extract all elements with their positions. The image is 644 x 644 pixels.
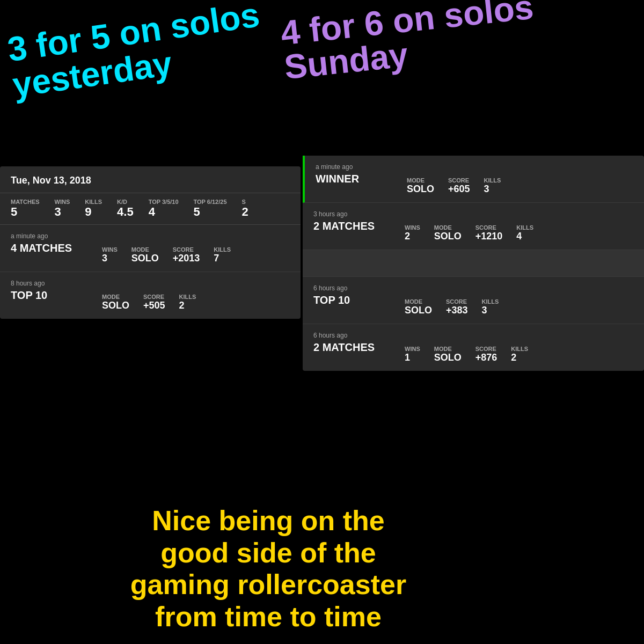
left-match1-data: 4 MATCHES WINS 3 MODE SOLO SCORE +2013 K… bbox=[11, 242, 290, 264]
stat-matches: MATCHES 5 bbox=[11, 199, 40, 219]
stat-kills-value: 9 bbox=[85, 205, 102, 219]
stat-top6-label: TOP 6/12/25 bbox=[194, 199, 227, 205]
right-match3-name: TOP 10 bbox=[313, 294, 389, 306]
right-match1-name: WINNER bbox=[316, 173, 391, 185]
stat-top6-value: 5 bbox=[194, 205, 227, 219]
right-match-row-2: 3 hours ago 2 MATCHES WINS 2 MODE SOLO S… bbox=[303, 203, 644, 250]
stat-kd-value: 4.5 bbox=[117, 205, 134, 219]
right-match2-data: 2 MATCHES WINS 2 MODE SOLO SCORE +1210 K… bbox=[313, 220, 633, 242]
right-match-row-3: 6 hours ago TOP 10 MODE SOLO SCORE +383 … bbox=[303, 277, 644, 324]
right-match1-kills: KILLS 3 bbox=[484, 177, 501, 195]
right-match4-data: 2 MATCHES WINS 1 MODE SOLO SCORE +876 KI… bbox=[313, 341, 633, 363]
left-match1-kills: KILLS 7 bbox=[214, 246, 231, 264]
stat-wins-value: 3 bbox=[55, 205, 70, 219]
right-match2-wins: WINS 2 bbox=[405, 224, 420, 242]
left-match-row-1: a minute ago 4 MATCHES WINS 3 MODE SOLO … bbox=[0, 225, 301, 272]
right-match1-score: SCORE +605 bbox=[448, 177, 470, 195]
stat-top35-value: 4 bbox=[149, 205, 179, 219]
stat-s-value: 2 bbox=[242, 205, 248, 219]
right-match2-time: 3 hours ago bbox=[313, 210, 633, 218]
right-match3-mode: MODE SOLO bbox=[405, 298, 432, 316]
right-match2-name: 2 MATCHES bbox=[313, 220, 389, 232]
right-match3-score: SCORE +383 bbox=[446, 298, 468, 316]
right-title-overlay: 4 for 6 on solos Sunday bbox=[279, 0, 539, 84]
right-match3-time: 6 hours ago bbox=[313, 284, 633, 292]
stat-matches-label: MATCHES bbox=[11, 199, 40, 205]
stat-s: S 2 bbox=[242, 199, 248, 219]
date-label: Tue, Nov 13, 2018 bbox=[11, 175, 290, 186]
left-match2-name: TOP 10 bbox=[11, 289, 86, 302]
right-match4-time: 6 hours ago bbox=[313, 332, 633, 339]
left-match1-score: SCORE +2013 bbox=[173, 246, 200, 264]
left-match1-wins: WINS 3 bbox=[102, 246, 118, 264]
left-match2-mode: MODE SOLO bbox=[102, 294, 129, 311]
right-match2-score: SCORE +1210 bbox=[475, 224, 503, 242]
stat-top35-label: TOP 3/5/10 bbox=[149, 199, 179, 205]
left-panel: Tue, Nov 13, 2018 MATCHES 5 WINS 3 KILLS… bbox=[0, 166, 301, 319]
stat-top35: TOP 3/5/10 4 bbox=[149, 199, 179, 219]
left-match2-score: SCORE +505 bbox=[143, 294, 165, 311]
right-match-row-4: 6 hours ago 2 MATCHES WINS 1 MODE SOLO S… bbox=[303, 324, 644, 371]
right-match3-kills: KILLS 3 bbox=[482, 298, 499, 316]
stat-kills-label: KILLS bbox=[85, 199, 102, 205]
left-match2-time: 8 hours ago bbox=[11, 280, 290, 287]
right-match2-mode: MODE SOLO bbox=[434, 224, 462, 242]
right-panel: a minute ago WINNER MODE SOLO SCORE +605… bbox=[303, 156, 644, 371]
right-match1-time: a minute ago bbox=[316, 163, 633, 171]
left-match1-time: a minute ago bbox=[11, 232, 290, 240]
bottom-text: Nice being on the good side of the gamin… bbox=[123, 505, 413, 633]
left-match1-name: 4 MATCHES bbox=[11, 242, 86, 254]
left-title-overlay: 3 for 5 on solos yesterday bbox=[5, 0, 267, 104]
right-match4-name: 2 MATCHES bbox=[313, 341, 389, 354]
stat-kd: K/D 4.5 bbox=[117, 199, 134, 219]
right-match4-kills: KILLS 2 bbox=[511, 346, 528, 363]
stat-kd-label: K/D bbox=[117, 199, 134, 205]
right-match4-score: SCORE +876 bbox=[475, 346, 497, 363]
left-match2-data: TOP 10 MODE SOLO SCORE +505 KILLS 2 bbox=[11, 289, 290, 311]
right-match1-mode: MODE SOLO bbox=[407, 177, 434, 195]
panel-header: Tue, Nov 13, 2018 bbox=[0, 166, 301, 193]
left-match1-mode: MODE SOLO bbox=[131, 246, 159, 264]
summary-stats-row: MATCHES 5 WINS 3 KILLS 9 K/D 4.5 TOP 3/5… bbox=[0, 193, 301, 225]
stat-top6: TOP 6/12/25 5 bbox=[194, 199, 227, 219]
right-match2-kills: KILLS 4 bbox=[516, 224, 533, 242]
right-match4-wins: WINS 1 bbox=[405, 346, 420, 363]
panel-divider-section bbox=[303, 250, 644, 277]
right-match4-mode: MODE SOLO bbox=[434, 346, 462, 363]
left-match-row-2: 8 hours ago TOP 10 MODE SOLO SCORE +505 … bbox=[0, 272, 301, 319]
right-match3-data: TOP 10 MODE SOLO SCORE +383 KILLS 3 bbox=[313, 294, 633, 316]
right-match-winner: a minute ago WINNER MODE SOLO SCORE +605… bbox=[303, 156, 644, 203]
stat-wins: WINS 3 bbox=[55, 199, 70, 219]
right-match1-data: WINNER MODE SOLO SCORE +605 KILLS 3 bbox=[316, 173, 633, 195]
stat-matches-value: 5 bbox=[11, 205, 40, 219]
stat-wins-label: WINS bbox=[55, 199, 70, 205]
stat-kills: KILLS 9 bbox=[85, 199, 102, 219]
stat-s-label: S bbox=[242, 199, 248, 205]
left-match2-kills: KILLS 2 bbox=[179, 294, 196, 311]
